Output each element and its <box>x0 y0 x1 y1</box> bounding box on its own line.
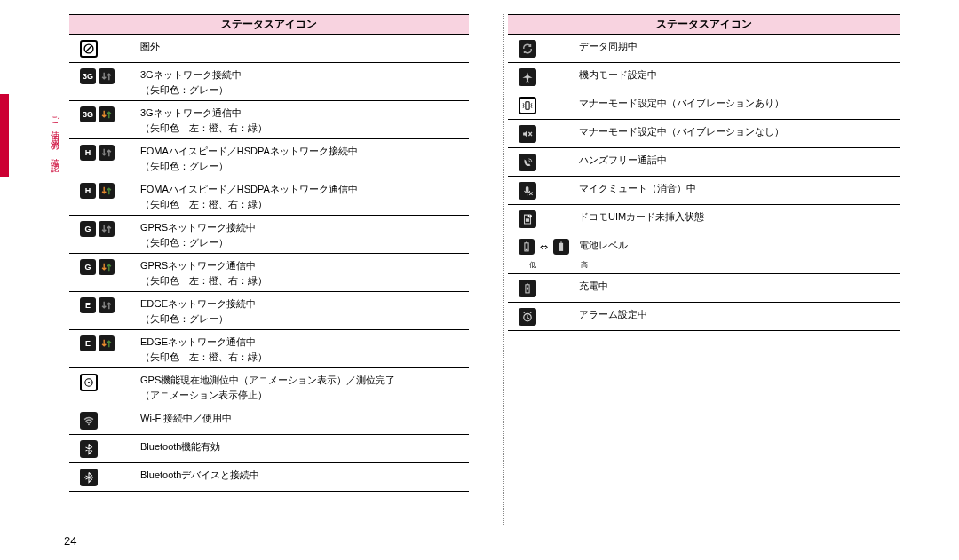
table-row: H FOMAハイスピード／HSDPAネットワーク接続中（矢印色：グレー） <box>69 139 469 177</box>
table-row: H FOMAハイスピード／HSDPAネットワーク通信中（矢印色 左：橙、右：緑） <box>69 177 469 216</box>
table-row: マナーモード設定中（バイブレーションあり） <box>508 91 900 120</box>
table-row: E EDGEネットワーク通信中（矢印色 左：橙、右：緑） <box>69 330 469 368</box>
desc: 3Gネットワーク接続中（矢印色：グレー） <box>140 67 469 97</box>
3g-icon: 3G <box>80 68 96 84</box>
no-signal-icon <box>80 40 98 58</box>
desc: GPS機能現在地測位中（アニメーション表示）／測位完了（アニメーション表示停止） <box>140 373 469 402</box>
icon-cell <box>508 181 579 200</box>
charging-icon <box>519 280 536 297</box>
uim-icon: ! <box>519 210 536 228</box>
svg-rect-17 <box>526 241 527 242</box>
battery-labels: 低 高 <box>529 260 588 270</box>
sync-icon <box>519 40 536 58</box>
table-row: データ同期中 <box>508 35 900 63</box>
desc: 3Gネットワーク通信中（矢印色 左：橙、右：緑） <box>140 106 469 135</box>
icon-cell: 3G <box>69 67 140 84</box>
desc: GPRSネットワーク通信中（矢印色 左：橙、右：緑） <box>140 258 469 288</box>
column-divider <box>503 14 504 525</box>
svg-line-1 <box>86 46 92 52</box>
icon-cell <box>508 96 579 114</box>
table-row: Wi-Fi接続中／使用中 <box>69 406 469 435</box>
table-row: Bluetooth機能有効 <box>69 435 469 463</box>
arrows-icon <box>99 335 115 351</box>
svg-rect-18 <box>526 249 528 250</box>
svg-rect-7 <box>526 102 529 109</box>
desc: Bluetoothデバイスと接続中 <box>140 468 469 483</box>
table-row: G GPRSネットワーク接続中（矢印色：グレー） <box>69 216 469 254</box>
low-label: 低 <box>529 260 536 270</box>
icon-cell <box>508 67 579 86</box>
desc: EDGEネットワーク接続中（矢印色：グレー） <box>140 296 469 326</box>
desc: 電池レベル <box>579 238 900 253</box>
table-row: E EDGEネットワーク接続中（矢印色：グレー） <box>69 292 469 330</box>
table-row: GPS機能現在地測位中（アニメーション表示）／測位完了（アニメーション表示停止） <box>69 368 469 406</box>
desc: Wi-Fi接続中／使用中 <box>140 411 469 426</box>
table-row: ハンズフリー通話中 <box>508 148 900 177</box>
table-row: 圏外 <box>69 35 469 63</box>
table-row: 3G 3Gネットワーク接続中（矢印色：グレー） <box>69 63 469 101</box>
desc: マイクミュート（消音）中 <box>579 181 900 196</box>
vibrate-icon <box>519 97 536 114</box>
svg-point-6 <box>92 477 93 477</box>
svg-rect-22 <box>527 283 527 284</box>
high-label: 高 <box>581 260 588 270</box>
table-row: ! ドコモUIMカード未挿入状態 <box>508 205 900 233</box>
icon-cell <box>508 124 579 143</box>
icon-cell: 3G <box>69 106 140 122</box>
table-row: G GPRSネットワーク通信中（矢印色 左：橙、右：緑） <box>69 254 469 292</box>
left-margin: ご使用前の確認 <box>0 0 48 560</box>
desc: ハンズフリー通話中 <box>579 153 900 168</box>
gps-icon <box>80 374 98 391</box>
desc: 圏外 <box>140 39 469 54</box>
icon-cell: G <box>69 220 140 237</box>
icon-cell: E <box>69 296 140 313</box>
table-header-left: ステータスアイコン <box>69 14 469 35</box>
bluetooth-icon <box>80 440 98 458</box>
battery-low-icon <box>519 239 535 255</box>
arrows-icon <box>99 145 115 161</box>
icon-cell <box>508 153 579 171</box>
desc: ドコモUIMカード未挿入状態 <box>579 209 900 225</box>
desc: アラーム設定中 <box>579 307 900 322</box>
arrows-icon <box>99 297 115 313</box>
desc: EDGEネットワーク通信中（矢印色 左：橙、右：緑） <box>140 335 469 364</box>
icon-cell: ! <box>508 209 579 228</box>
airplane-icon <box>519 68 536 86</box>
svg-rect-13 <box>526 218 529 222</box>
desc: マナーモード設定中（バイブレーションなし） <box>579 124 900 139</box>
svg-point-5 <box>84 477 85 477</box>
left-column: ステータスアイコン 圏外 3G 3Gネットワーク接続中（矢印色：グレー） 3G <box>53 14 485 560</box>
arrows-icon <box>99 68 115 84</box>
desc: FOMAハイスピード／HSDPAネットワーク接続中（矢印色：グレー） <box>140 144 469 173</box>
arrows-icon <box>99 183 115 199</box>
battery-high-icon <box>553 239 569 255</box>
table-row: 充電中 <box>508 274 900 303</box>
icon-cell <box>69 468 140 486</box>
icon-cell <box>69 39 140 58</box>
desc: Bluetooth機能有効 <box>140 439 469 454</box>
desc: FOMAハイスピード／HSDPAネットワーク通信中（矢印色 左：橙、右：緑） <box>140 182 469 211</box>
icon-cell: E <box>69 335 140 351</box>
g-icon: G <box>80 221 96 237</box>
chapter-tab <box>0 94 9 177</box>
svg-rect-20 <box>560 241 561 242</box>
h-icon: H <box>80 183 96 199</box>
svg-point-3 <box>88 382 90 383</box>
arrows-icon <box>99 221 115 237</box>
svg-rect-19 <box>559 243 563 251</box>
icon-cell: H <box>69 144 140 161</box>
bluetooth-connected-icon <box>80 469 98 486</box>
3g-icon: 3G <box>80 106 96 122</box>
table-row: Bluetoothデバイスと接続中 <box>69 463 469 492</box>
table-row: 機内モード設定中 <box>508 63 900 91</box>
table-row: マイクミュート（消音）中 <box>508 177 900 205</box>
icon-cell <box>508 279 579 297</box>
icon-cell <box>69 411 140 430</box>
content-columns: ステータスアイコン 圏外 3G 3Gネットワーク接続中（矢印色：グレー） 3G <box>48 0 959 560</box>
table-row: ⇔ 低 高 電池レベル <box>508 233 900 274</box>
handsfree-icon <box>519 154 536 171</box>
table-row: アラーム設定中 <box>508 303 900 331</box>
svg-text:!: ! <box>529 215 530 218</box>
icon-cell: G <box>69 258 140 275</box>
e-icon: E <box>80 335 96 351</box>
